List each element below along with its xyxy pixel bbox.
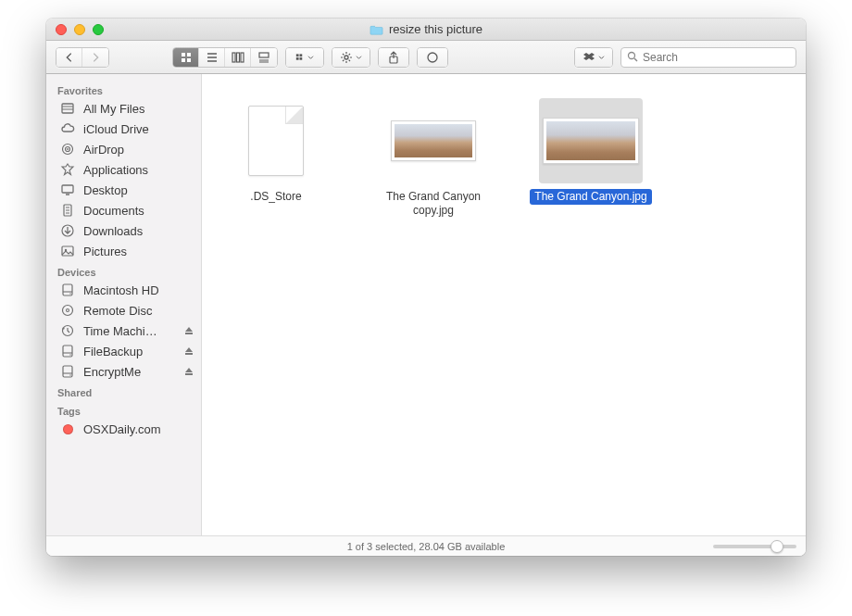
sidebar-item-pictures[interactable]: Pictures (46, 241, 201, 261)
sidebar-item-label: All My Files (83, 102, 144, 116)
documents-icon (59, 203, 76, 218)
eject-icon[interactable] (184, 345, 194, 358)
sidebar-item-label: Desktop (83, 183, 128, 197)
nav-buttons (56, 47, 109, 68)
slider-knob[interactable] (771, 540, 783, 553)
sidebar-section-header: Devices (46, 261, 201, 280)
sidebar-item-label: iCloud Drive (83, 122, 149, 136)
sidebar-item-documents[interactable]: Documents (46, 200, 201, 220)
edit-tags-button[interactable] (418, 48, 447, 67)
icon-view-button[interactable] (173, 48, 199, 67)
pictures-icon (59, 244, 76, 258)
status-bar: 1 of 3 selected, 28.04 GB available (46, 535, 806, 556)
share-menu (378, 47, 409, 68)
sidebar-item-desktop[interactable]: Desktop (46, 180, 201, 200)
sidebar-item-filebackup[interactable]: FileBackup (46, 341, 201, 361)
status-text: 1 of 3 selected, 28.04 GB available (46, 541, 806, 552)
disk-icon (59, 364, 76, 379)
sidebar-item-macintosh-hd[interactable]: Macintosh HD (46, 280, 201, 300)
dropbox-button[interactable] (575, 48, 612, 67)
remote-disc-icon (59, 303, 76, 318)
arrange-button[interactable] (286, 48, 323, 67)
file-label: .DS_Store (245, 189, 306, 205)
search-field[interactable] (620, 47, 796, 68)
sidebar-item-label: Remote Disc (83, 304, 152, 318)
file-label: The Grand Canyon copy.jpg (372, 189, 495, 219)
disk-icon (59, 283, 76, 297)
toolbar (46, 41, 806, 74)
sidebar: FavoritesAll My FilesiCloud DriveAirDrop… (46, 74, 202, 535)
list-view-button[interactable] (199, 48, 225, 67)
share-button[interactable] (379, 48, 408, 67)
sidebar-item-remote-disc[interactable]: Remote Disc (46, 300, 201, 321)
sidebar-section-header: Tags (46, 400, 201, 419)
action-menu (332, 47, 370, 68)
all-files-icon (59, 101, 76, 116)
disk-icon (59, 344, 76, 358)
forward-button[interactable] (82, 48, 108, 67)
sidebar-item-airdrop[interactable]: AirDrop (46, 139, 201, 159)
sidebar-item-icloud-drive[interactable]: iCloud Drive (46, 119, 201, 139)
applications-icon (59, 162, 76, 177)
action-button[interactable] (332, 48, 370, 67)
search-input[interactable] (643, 51, 790, 64)
arrange-menu (285, 47, 324, 68)
sidebar-item-label: AirDrop (83, 143, 124, 157)
sidebar-item-downloads[interactable]: Downloads (46, 220, 201, 241)
sidebar-section-header: Favorites (46, 80, 201, 98)
tag-icon (59, 421, 76, 436)
sidebar-item-label: FileBackup (83, 345, 143, 358)
document-thumbnail (224, 98, 328, 183)
sidebar-section-header: Shared (46, 382, 201, 400)
column-view-button[interactable] (225, 48, 251, 67)
zoom-button[interactable] (93, 24, 104, 35)
window-title: resize this picture (389, 22, 482, 36)
sidebar-item-label: OSXDaily.com (83, 422, 161, 436)
sidebar-item-all-my-files[interactable]: All My Files (46, 98, 201, 119)
coverflow-view-button[interactable] (251, 48, 277, 67)
file-item[interactable]: .DS_Store (211, 93, 341, 210)
eject-icon[interactable] (184, 365, 194, 379)
sidebar-item-label: Macintosh HD (83, 283, 159, 297)
search-icon (627, 49, 638, 66)
file-label: The Grand Canyon.jpg (530, 189, 651, 205)
finder-window: resize this picture (46, 19, 806, 556)
sidebar-item-osxdaily-com[interactable]: OSXDaily.com (46, 419, 201, 439)
eject-icon[interactable] (184, 324, 194, 338)
sidebar-item-label: Pictures (83, 245, 127, 258)
airdrop-icon (59, 142, 76, 157)
file-item[interactable]: The Grand Canyon copy.jpg (369, 93, 498, 224)
icon-size-slider[interactable] (713, 545, 796, 548)
back-button[interactable] (56, 48, 82, 67)
sidebar-item-label: Applications (83, 163, 148, 177)
sidebar-item-applications[interactable]: Applications (46, 159, 201, 180)
window-controls (56, 24, 104, 35)
titlebar: resize this picture (46, 19, 806, 41)
dropbox-menu (574, 47, 613, 68)
image-thumbnail (382, 98, 485, 183)
sidebar-item-encryptme[interactable]: EncryptMe (46, 361, 201, 382)
view-switcher (172, 47, 278, 68)
downloads-icon (59, 223, 76, 238)
minimize-button[interactable] (74, 24, 85, 35)
sidebar-item-label: EncryptMe (83, 365, 141, 379)
folder-icon (370, 24, 383, 35)
desktop-icon (59, 182, 76, 197)
time-machine-icon (59, 323, 76, 338)
file-item[interactable]: The Grand Canyon.jpg (526, 93, 656, 210)
sidebar-item-label: Time Machi… (83, 324, 157, 338)
close-button[interactable] (56, 24, 67, 35)
sidebar-item-time-machi-[interactable]: Time Machi… (46, 321, 201, 341)
image-thumbnail (539, 98, 643, 183)
file-grid[interactable]: .DS_StoreThe Grand Canyon copy.jpgThe Gr… (202, 74, 806, 535)
sidebar-item-label: Downloads (83, 224, 143, 238)
sidebar-item-label: Documents (83, 204, 144, 218)
tags-menu (417, 47, 448, 68)
cloud-icon (59, 121, 76, 136)
